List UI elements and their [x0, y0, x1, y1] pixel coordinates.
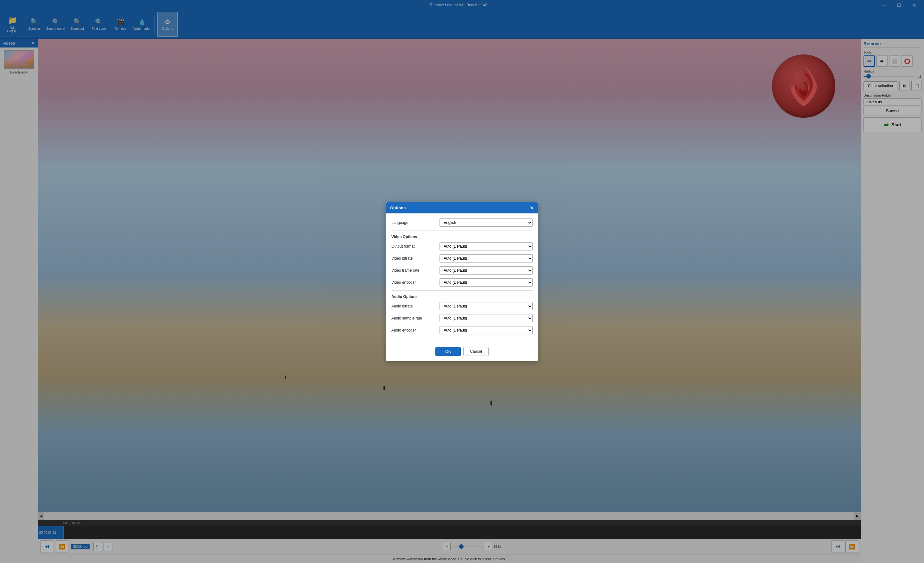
audio-encoder-row: Audio encoder Auto (Default) AAC MP3 AC3… [392, 326, 532, 334]
video-frame-rate-row: Video frame rate Auto (Default) 24 25 29… [392, 266, 532, 275]
audio-bitrate-row: Audio bitrate Auto (Default) 64k 128k 19… [392, 302, 532, 310]
audio-encoder-label: Audio encoder [392, 328, 436, 332]
output-format-select[interactable]: Auto (Default) MP4 AVI MOV MKV [440, 242, 532, 251]
language-row: Language English French German Spanish I… [392, 219, 532, 227]
video-bitrate-label: Video bitrate [392, 256, 436, 261]
options-dialog: Options ✕ Language English French German… [386, 202, 538, 361]
video-bitrate-select[interactable]: Auto (Default) 128k 256k 512k 1024k 2048… [440, 254, 532, 263]
dialog-title-bar: Options ✕ [386, 202, 538, 213]
video-frame-rate-select[interactable]: Auto (Default) 24 25 29.97 30 60 [440, 266, 532, 275]
audio-sample-rate-row: Audio sample rate Auto (Default) 22050 4… [392, 314, 532, 322]
audio-bitrate-label: Audio bitrate [392, 304, 436, 308]
audio-options-section-label: Audio Options [392, 294, 532, 299]
video-bitrate-row: Video bitrate Auto (Default) 128k 256k 5… [392, 254, 532, 263]
cancel-button[interactable]: Cancel [463, 347, 489, 356]
audio-encoder-select[interactable]: Auto (Default) AAC MP3 AC3 OGG [440, 326, 532, 334]
video-encoder-row: Video encoder Auto (Default) H.264 H.265… [392, 278, 532, 287]
language-label: Language [392, 221, 436, 225]
dialog-close-button[interactable]: ✕ [530, 205, 534, 211]
video-encoder-label: Video encoder [392, 280, 436, 285]
dialog-title: Options [390, 206, 406, 210]
video-frame-rate-label: Video frame rate [392, 268, 436, 273]
output-format-label: Output format [392, 244, 436, 249]
ok-button[interactable]: OK [435, 347, 461, 356]
dialog-content: Language English French German Spanish I… [386, 213, 538, 343]
dialog-footer: OK Cancel [386, 343, 538, 361]
video-encoder-select[interactable]: Auto (Default) H.264 H.265 VP8 VP9 [440, 278, 532, 287]
language-select[interactable]: English French German Spanish Italian Ru… [440, 219, 532, 227]
audio-bitrate-select[interactable]: Auto (Default) 64k 128k 192k 256k 320k [440, 302, 532, 310]
audio-sample-rate-label: Audio sample rate [392, 316, 436, 320]
output-format-row: Output format Auto (Default) MP4 AVI MOV… [392, 242, 532, 251]
modal-backdrop: Options ✕ Language English French German… [0, 0, 924, 563]
dialog-divider-2 [392, 290, 532, 291]
audio-sample-rate-select[interactable]: Auto (Default) 22050 44100 48000 [440, 314, 532, 322]
video-options-section-label: Video Options [392, 235, 532, 239]
